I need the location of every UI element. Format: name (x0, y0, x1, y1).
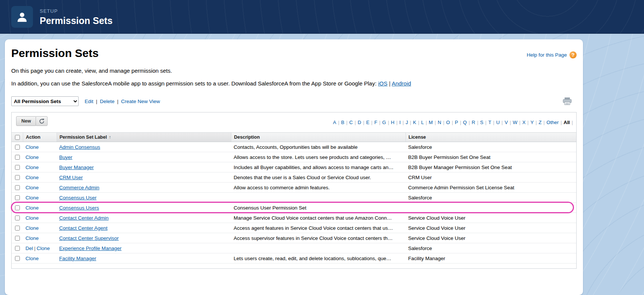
clone-action-link[interactable]: Clone (25, 205, 39, 211)
column-header-description[interactable]: Description (231, 133, 405, 142)
permission-set-label-link[interactable]: Admin Consensus (59, 144, 100, 150)
alphabet-letter-q[interactable]: Q (463, 120, 467, 125)
row-checkbox[interactable] (15, 216, 20, 220)
alphabet-letter-o[interactable]: O (446, 120, 450, 125)
alphabet-letter-h[interactable]: H (391, 120, 394, 125)
alphabet-separator: | (363, 120, 364, 125)
alphabet-letter-x[interactable]: X (522, 120, 526, 125)
row-action-cell: Clone (23, 175, 57, 180)
alphabet-letter-j[interactable]: J (405, 120, 408, 125)
banner-titles: SETUP Permission Sets (40, 8, 113, 25)
alphabet-letter-f[interactable]: F (374, 120, 377, 125)
intro-text-1: On this page you can create, view, and m… (11, 67, 577, 74)
permission-set-label-link[interactable]: Experience Profile Manager (59, 246, 122, 251)
row-checkbox[interactable] (15, 236, 20, 241)
alphabet-letter-i[interactable]: I (400, 120, 401, 125)
row-checkbox-cell (12, 175, 23, 180)
alphabet-letter-m[interactable]: M (429, 120, 433, 125)
clone-action-link[interactable]: Clone (25, 195, 39, 201)
alphabet-letter-e[interactable]: E (366, 120, 370, 125)
select-all-checkbox[interactable] (15, 135, 20, 140)
page-root: { "header": { "eyebrow": "SETUP", "title… (0, 0, 644, 295)
alphabet-letter-z[interactable]: Z (539, 120, 542, 125)
permission-set-label-link[interactable]: CRM User (59, 175, 83, 180)
row-checkbox[interactable] (15, 195, 20, 200)
alphabet-letter-k[interactable]: K (413, 120, 416, 125)
row-checkbox[interactable] (15, 165, 20, 170)
help-link[interactable]: Help for this Page (527, 52, 567, 58)
row-license: Facility Manager (405, 256, 576, 261)
row-checkbox[interactable] (15, 145, 20, 150)
alphabet-separator: | (418, 120, 419, 125)
clone-action-link[interactable]: Clone (25, 225, 39, 231)
alphabet-separator: | (388, 120, 389, 125)
clone-action-link[interactable]: Clone (37, 246, 50, 251)
row-checkbox[interactable] (15, 175, 20, 180)
column-header-label-text: Permission Set Label (60, 135, 107, 140)
new-button[interactable]: New (16, 116, 36, 126)
delete-view-link[interactable]: Delete (100, 99, 115, 104)
clone-action-link[interactable]: Clone (25, 256, 39, 261)
printer-icon[interactable] (562, 97, 572, 106)
alphabet-letter-t[interactable]: T (488, 120, 491, 125)
row-label-cell: Buyer Manager (57, 165, 231, 170)
row-license: Service Cloud Voice User (405, 225, 576, 231)
permission-set-label-link[interactable]: Commerce Admin (59, 185, 99, 190)
android-link[interactable]: Android (392, 80, 411, 87)
alphabet-other[interactable]: Other (547, 120, 559, 125)
alphabet-letter-d[interactable]: D (358, 120, 361, 125)
help-icon[interactable]: ? (569, 51, 577, 58)
permission-set-label-link[interactable]: Buyer (59, 154, 72, 160)
clone-action-link[interactable]: Clone (25, 185, 39, 190)
row-checkbox[interactable] (15, 246, 20, 251)
permission-set-label-link[interactable]: Contact Center Agent (59, 225, 107, 231)
alphabet-letter-r[interactable]: R (472, 120, 475, 125)
row-checkbox[interactable] (15, 205, 20, 210)
permission-set-label-link[interactable]: Facility Manager (59, 256, 96, 261)
column-header-action-label: Action (26, 135, 40, 140)
row-checkbox[interactable] (15, 185, 20, 190)
permission-set-label-link[interactable]: Contact Center Admin (59, 215, 109, 221)
alphabet-letter-g[interactable]: G (382, 120, 386, 125)
permission-set-label-link[interactable]: Consensus User (59, 195, 97, 201)
clone-action-link[interactable]: Clone (25, 175, 39, 180)
alphabet-all[interactable]: All (564, 120, 570, 125)
alphabet-letter-w[interactable]: W (513, 120, 517, 125)
column-header-label[interactable]: Permission Set Label ↑ (57, 133, 231, 142)
alphabet-letter-c[interactable]: C (349, 120, 353, 125)
row-checkbox[interactable] (15, 155, 20, 160)
column-header-license[interactable]: License (405, 133, 576, 142)
alphabet-letter-y[interactable]: Y (531, 120, 534, 125)
clone-action-link[interactable]: Clone (25, 144, 39, 150)
table-row: CloneAdmin ConsensusContacts, Accounts, … (12, 142, 576, 152)
view-select[interactable]: All Permission Sets (11, 96, 79, 106)
permission-set-label-link[interactable]: Buyer Manager (59, 165, 94, 170)
clone-action-link[interactable]: Clone (25, 215, 39, 221)
pipe-separator: | (389, 80, 391, 87)
clone-action-link[interactable]: Clone (25, 235, 39, 241)
table-row: CloneContact Center SupervisorAccess sup… (12, 233, 576, 243)
alphabet-letter-b[interactable]: B (341, 120, 344, 125)
alphabet-letter-s[interactable]: S (480, 120, 483, 125)
alphabet-letter-v[interactable]: V (505, 120, 508, 125)
row-license: Salesforce (405, 195, 576, 201)
alphabet-letter-n[interactable]: N (438, 120, 441, 125)
row-description: Contacts, Accounts, Opportunities tabs w… (231, 144, 405, 150)
row-description: Lets users create, read, edit, and delet… (231, 256, 405, 261)
alphabet-letter-u[interactable]: U (496, 120, 499, 125)
row-checkbox[interactable] (15, 256, 20, 261)
row-checkbox[interactable] (15, 226, 20, 231)
del-action-link[interactable]: Del (25, 246, 33, 251)
alphabet-letter-a[interactable]: A (333, 120, 336, 125)
clone-action-link[interactable]: Clone (25, 154, 39, 160)
permission-set-label-link[interactable]: Contact Center Supervisor (59, 235, 119, 241)
refresh-button[interactable] (36, 116, 48, 126)
alphabet-letter-l[interactable]: L (421, 120, 424, 125)
permission-set-label-link[interactable]: Consensus Users (59, 205, 99, 211)
clone-action-link[interactable]: Clone (25, 165, 39, 170)
ios-link[interactable]: iOS (378, 80, 388, 87)
edit-view-link[interactable]: Edit (85, 99, 93, 104)
view-controls: All Permission Sets Edit | Delete | Crea… (11, 96, 577, 106)
alphabet-letter-p[interactable]: P (455, 120, 458, 125)
create-new-view-link[interactable]: Create New View (121, 99, 160, 104)
